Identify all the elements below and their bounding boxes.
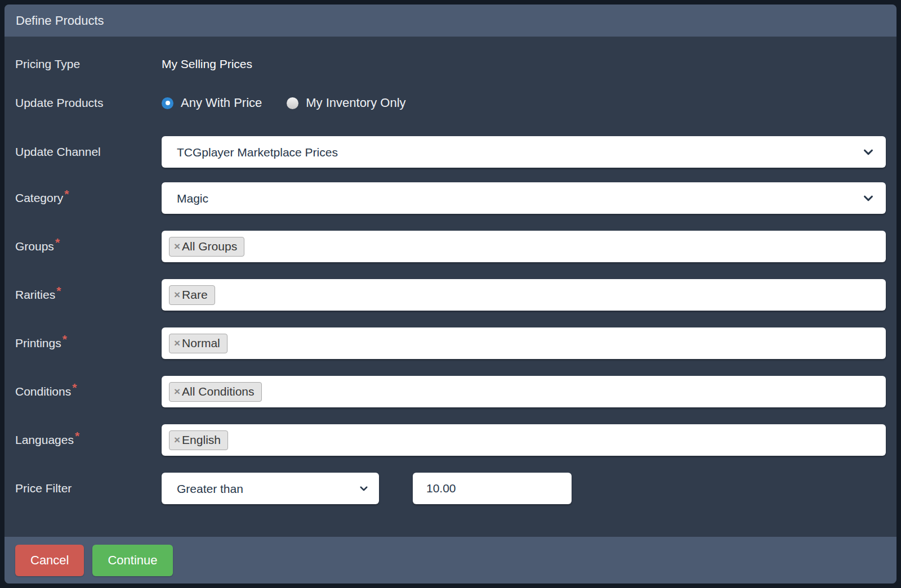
tag-label: All Conditions — [182, 385, 254, 398]
languages-label: Languages* — [15, 433, 162, 447]
row-groups: Groups* × All Groups — [15, 231, 886, 262]
row-languages: Languages* × English — [15, 424, 886, 456]
update-channel-label: Update Channel — [15, 145, 162, 159]
row-update-channel: Update Channel TCGplayer Marketplace Pri… — [15, 136, 886, 168]
printings-multiselect[interactable]: × Normal — [162, 327, 886, 359]
remove-tag-icon[interactable]: × — [174, 386, 180, 397]
conditions-label: Conditions* — [15, 385, 162, 398]
dialog-title: Define Products — [16, 14, 104, 28]
radio-my-inventory-only-label: My Inventory Only — [306, 96, 405, 110]
update-products-label: Update Products — [15, 96, 162, 110]
required-marker: * — [75, 429, 79, 442]
row-pricing-type: Pricing Type My Selling Prices — [15, 57, 886, 71]
printings-label: Printings* — [15, 336, 162, 350]
pricing-type-label: Pricing Type — [15, 57, 162, 71]
rarities-multiselect[interactable]: × Rare — [162, 279, 886, 311]
tag-label: Normal — [182, 336, 220, 350]
define-products-dialog: Define Products Pricing Type My Selling … — [5, 5, 896, 583]
remove-tag-icon[interactable]: × — [174, 289, 180, 300]
radio-any-with-price-label: Any With Price — [181, 96, 262, 110]
row-update-products: Update Products Any With Price My Invent… — [15, 96, 886, 110]
tag-normal: × Normal — [169, 334, 228, 353]
languages-multiselect[interactable]: × English — [162, 424, 886, 456]
required-marker: * — [56, 284, 61, 297]
radio-my-inventory-only[interactable]: My Inventory Only — [287, 96, 405, 110]
radio-any-with-price[interactable]: Any With Price — [162, 96, 262, 110]
price-filter-comparator-select[interactable]: Greater than — [162, 473, 379, 504]
continue-button[interactable]: Continue — [92, 545, 172, 576]
radio-unselected-icon[interactable] — [287, 97, 298, 109]
row-price-filter: Price Filter Greater than — [15, 473, 886, 504]
price-filter-amount-input[interactable] — [413, 473, 572, 504]
pricing-type-value: My Selling Prices — [162, 57, 252, 71]
price-filter-label: Price Filter — [15, 482, 162, 495]
row-printings: Printings* × Normal — [15, 327, 886, 359]
required-marker: * — [64, 187, 69, 200]
category-select[interactable]: Magic — [162, 182, 886, 214]
row-rarities: Rarities* × Rare — [15, 279, 886, 311]
row-category: Category* Magic — [15, 182, 886, 214]
conditions-multiselect[interactable]: × All Conditions — [162, 376, 886, 407]
remove-tag-icon[interactable]: × — [174, 338, 180, 348]
required-marker: * — [63, 333, 67, 345]
tag-all-groups: × All Groups — [169, 237, 244, 257]
tag-label: All Groups — [182, 240, 237, 253]
tag-label: English — [182, 433, 221, 447]
category-label: Category* — [15, 191, 162, 205]
tag-rare: × Rare — [169, 285, 215, 305]
tag-label: Rare — [182, 288, 208, 302]
groups-label: Groups* — [15, 240, 162, 253]
dialog-body: Pricing Type My Selling Prices Update Pr… — [5, 37, 896, 537]
radio-selected-icon[interactable] — [162, 97, 173, 109]
required-marker: * — [72, 381, 77, 394]
update-channel-select[interactable]: TCGplayer Marketplace Prices — [162, 136, 886, 168]
tag-all-conditions: × All Conditions — [169, 382, 262, 402]
required-marker: * — [55, 236, 60, 249]
dialog-footer: Cancel Continue — [5, 537, 896, 583]
rarities-label: Rarities* — [15, 288, 162, 302]
cancel-button[interactable]: Cancel — [15, 545, 84, 576]
remove-tag-icon[interactable]: × — [174, 241, 180, 252]
remove-tag-icon[interactable]: × — [174, 434, 180, 445]
tag-english: × English — [169, 430, 228, 450]
dialog-header: Define Products — [5, 5, 896, 37]
groups-multiselect[interactable]: × All Groups — [162, 231, 886, 262]
row-conditions: Conditions* × All Conditions — [15, 376, 886, 407]
